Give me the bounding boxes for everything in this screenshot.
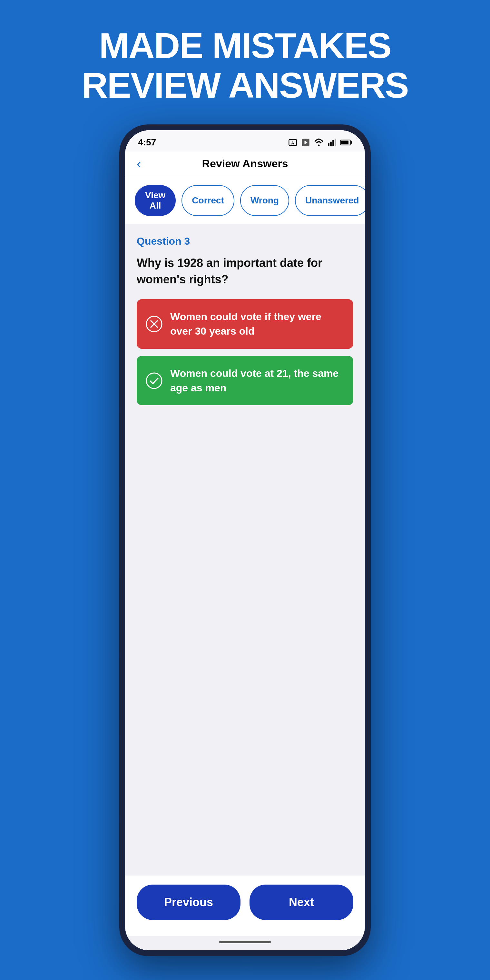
- correct-answer-option: Women could vote at 21, the same age as …: [137, 356, 353, 406]
- previous-button[interactable]: Previous: [137, 885, 240, 920]
- nav-title: Review Answers: [202, 158, 288, 170]
- status-time: 4:57: [138, 137, 156, 148]
- svg-text:A: A: [291, 140, 294, 145]
- nav-bar: ‹ Review Answers: [125, 151, 365, 177]
- svg-point-4: [318, 145, 320, 146]
- home-indicator: [125, 936, 365, 950]
- hero-title: MADE MISTAKES REVIEW ANSWERS: [68, 26, 421, 105]
- wifi-icon: [314, 138, 324, 147]
- svg-point-15: [146, 373, 162, 388]
- filter-view-all[interactable]: View All: [135, 185, 176, 216]
- svg-rect-8: [335, 139, 336, 146]
- filter-wrong[interactable]: Wrong: [240, 185, 289, 216]
- svg-rect-10: [341, 141, 348, 145]
- question-label: Question 3: [137, 235, 353, 247]
- svg-rect-5: [328, 143, 329, 146]
- next-button[interactable]: Next: [250, 885, 353, 920]
- wrong-answer-option: Women could vote if they were over 30 ye…: [137, 299, 353, 349]
- question-text: Why is 1928 an important date for women'…: [137, 255, 353, 288]
- back-button[interactable]: ‹: [137, 157, 141, 170]
- phone-frame: 4:57 A: [119, 124, 371, 956]
- status-icons: A: [288, 138, 352, 147]
- phone-screen: 4:57 A: [125, 130, 365, 950]
- filter-tabs: View All Correct Wrong Unanswered: [125, 177, 365, 224]
- wrong-icon: [146, 316, 162, 332]
- correct-icon: [146, 372, 162, 389]
- content-area: Question 3 Why is 1928 an important date…: [125, 224, 365, 875]
- hero-section: MADE MISTAKES REVIEW ANSWERS: [68, 0, 421, 105]
- home-bar: [219, 941, 271, 943]
- svg-rect-11: [351, 142, 352, 144]
- status-bar: 4:57 A: [125, 130, 365, 151]
- correct-answer-text: Women could vote at 21, the same age as …: [170, 366, 344, 395]
- bottom-bar: Previous Next: [125, 875, 365, 936]
- svg-rect-7: [332, 140, 334, 146]
- svg-rect-6: [330, 142, 332, 146]
- battery-icon: [340, 139, 352, 146]
- media-icon: [301, 138, 310, 147]
- wrong-answer-text: Women could vote if they were over 30 ye…: [170, 309, 344, 339]
- signal-icon: [328, 138, 337, 147]
- keyboard-icon: A: [288, 138, 297, 147]
- filter-unanswered[interactable]: Unanswered: [295, 185, 365, 216]
- filter-correct[interactable]: Correct: [181, 185, 234, 216]
